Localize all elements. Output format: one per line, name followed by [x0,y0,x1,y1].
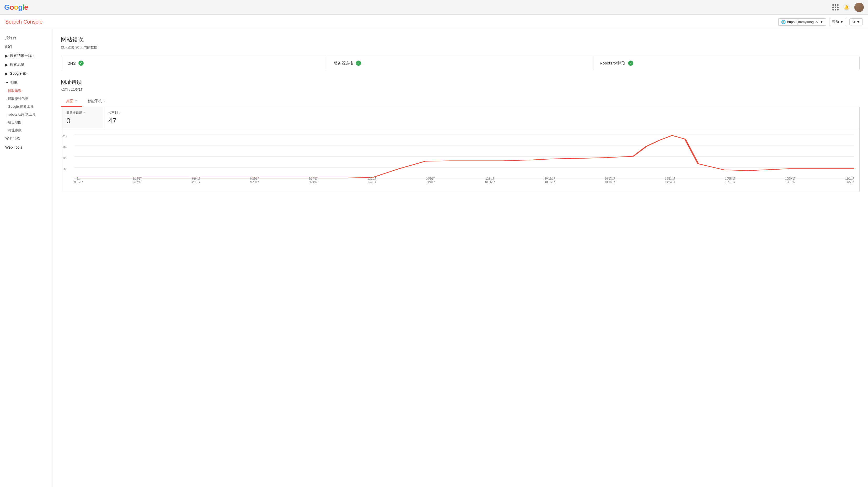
search-traffic-label: 搜索流量 [10,62,24,67]
topbar-right: 🔔 [832,3,864,12]
not-found-label-row: 找不到 ? [108,110,140,115]
expand-arrow-icon: ▶ [5,54,8,58]
expand-arrow-icon2: ▶ [5,63,8,67]
dns-label: DNS [67,61,76,66]
desktop-tab-label: 桌面 [66,99,73,103]
main-layout: 控制台 邮件 ▶ 搜索结果呈现 ℹ ▶ 搜索流量 ▶ Google 索引 ▼ 抓… [0,29,868,487]
sidebar-item-robots-test[interactable]: robots.txt测试工具 [0,110,52,119]
sidebar-item-search-appearance[interactable]: ▶ 搜索结果呈现 ℹ [0,52,52,60]
sidebar-item-crawl-errors[interactable]: 抓取错误 [0,87,52,95]
not-found-metric[interactable]: 找不到 ? 47 [103,107,145,129]
x-label-10: 10/17/1710/19/17 [605,177,615,184]
status-cards: DNS ✓ 服务器连接 ✓ Robots.txt抓取 ✓ [61,56,860,70]
gear-icon: ⚙ [852,20,856,24]
server-error-metric[interactable]: 服务器错误 ? 0 [61,107,103,129]
server-error-label: 服务器错误 [66,110,82,115]
google-index-label: Google 索引 [10,71,30,76]
robots-test-label: robots.txt测试工具 [8,112,35,117]
mobile-tab-label: 智能手机 [87,99,102,103]
x-label-2: 9/15/179/17/17 [133,177,142,184]
sidebar-item-web-tools[interactable]: Web Tools [0,143,52,152]
x-label-1: 9…9/13/17 [74,177,83,184]
sidebar-item-dashboard[interactable]: 控制台 [0,34,52,42]
sidebar: 控制台 邮件 ▶ 搜索结果呈现 ℹ ▶ 搜索流量 ▶ Google 索引 ▼ 抓… [0,29,53,487]
error-type-tabs: 桌面 ? 智能手机 ? [61,96,860,107]
x-label-3: 9/19/179/21/17 [191,177,200,184]
y-label-180: 180 [62,145,67,148]
robots-label: Robots.txt抓取 [600,61,625,66]
web-tools-label: Web Tools [5,145,22,150]
google-apps-icon[interactable] [832,4,839,10]
chart-container: 240 180 120 60 [61,129,860,192]
robots-check-icon: ✓ [628,61,633,66]
x-label-4: 9/23/179/25/17 [250,177,259,184]
not-found-value: 47 [108,117,140,125]
sidebar-item-search-traffic[interactable]: ▶ 搜索流量 [0,60,52,69]
expand-arrow-icon3: ▶ [5,71,8,76]
mobile-tab-help-icon: ? [103,99,105,103]
robots-status-card: Robots.txt抓取 ✓ [593,56,859,70]
crawl-stats-label: 抓取统计信息 [8,97,28,101]
sidebar-item-google-index[interactable]: ▶ Google 索引 [0,69,52,78]
user-avatar[interactable] [855,3,864,12]
page-title: 网站错误 [61,36,860,43]
tab-desktop[interactable]: 桌面 ? [61,96,82,107]
dns-status-card: DNS ✓ [61,56,327,70]
chart-area: 240 180 120 60 [74,134,854,184]
x-label-13: 10/29/1710/31/17 [785,177,795,184]
settings-button[interactable]: ⚙ ▼ [849,18,863,25]
server-error-help-icon: ? [83,111,85,115]
not-found-help-icon: ? [119,111,120,115]
sitemap-label: 站点地图 [8,120,22,124]
server-label: 服务器连接 [334,61,353,66]
y-label-240: 240 [62,134,67,137]
dns-check-icon: ✓ [79,61,84,66]
google-topbar: Google 🔔 [0,0,868,15]
sidebar-item-sitemap[interactable]: 站点地图 [0,119,52,126]
search-appearance-label: 搜索结果呈现 [10,54,32,58]
url-errors-status: 状态：11/5/17 [61,87,860,92]
y-axis-labels: 240 180 120 60 [62,134,67,178]
server-error-label-row: 服务器错误 ? [66,110,98,115]
dashboard-label: 控制台 [5,36,16,40]
help-button[interactable]: 帮助 ▼ [829,18,846,26]
sc-title: Search Console [5,19,42,25]
url-errors-title: 网址错误 [61,78,860,86]
sidebar-item-security[interactable]: 安全问题 [0,134,52,143]
x-label-7: 10/5/1710/7/17 [426,177,435,184]
x-label-12: 10/25/1710/27/17 [725,177,735,184]
x-label-6: 10/1/1710/3/17 [367,177,376,184]
x-label-11: 10/21/1710/23/17 [665,177,675,184]
site-selector[interactable]: 🌐 https://jimmysong.io/ ▼ [778,18,826,26]
site-errors-subtitle: 显示过去 90 天内的数据 [61,45,860,50]
collapse-arrow-icon: ▼ [5,80,9,85]
sidebar-item-crawl[interactable]: ▼ 抓取 [0,78,52,87]
sidebar-item-url-params[interactable]: 网址参数 [0,126,52,134]
sidebar-item-google-fetch[interactable]: Google 抓取工具 [0,103,52,110]
server-check-icon: ✓ [356,61,361,66]
help-arrow: ▼ [840,20,843,24]
google-logo: Google [4,3,28,11]
tab-mobile[interactable]: 智能手机 ? [82,96,111,107]
site-url: https://jimmysong.io/ [787,20,818,24]
x-label-8: 10/9/1710/11/17 [485,177,495,184]
y-label-60: 60 [62,167,67,171]
crawl-label: 抓取 [10,80,18,85]
mail-label: 邮件 [5,44,12,49]
notifications-icon[interactable]: 🔔 [843,4,850,11]
globe-icon: 🌐 [781,20,786,24]
sidebar-item-crawl-stats[interactable]: 抓取统计信息 [0,95,52,103]
main-content: 网站错误 显示过去 90 天内的数据 DNS ✓ 服务器连接 ✓ Robots.… [53,29,868,487]
sc-header: Search Console 🌐 https://jimmysong.io/ ▼… [0,15,868,29]
x-label-14: 11/2/1711/4/17 [845,177,854,184]
metric-cards: 服务器错误 ? 0 找不到 ? 47 [61,107,860,129]
desktop-tab-help-icon: ? [75,99,77,103]
help-label: 帮助 [832,20,839,24]
sidebar-item-mail[interactable]: 邮件 [0,42,52,52]
server-status-card: 服务器连接 ✓ [327,56,593,70]
settings-arrow: ▼ [857,20,860,24]
y-label-120: 120 [62,157,67,160]
site-selector-arrow: ▼ [820,20,823,24]
info-icon: ℹ [33,54,35,58]
x-axis-labels: 9…9/13/17 9/15/179/17/17 9/19/179/21/17 … [74,128,854,184]
